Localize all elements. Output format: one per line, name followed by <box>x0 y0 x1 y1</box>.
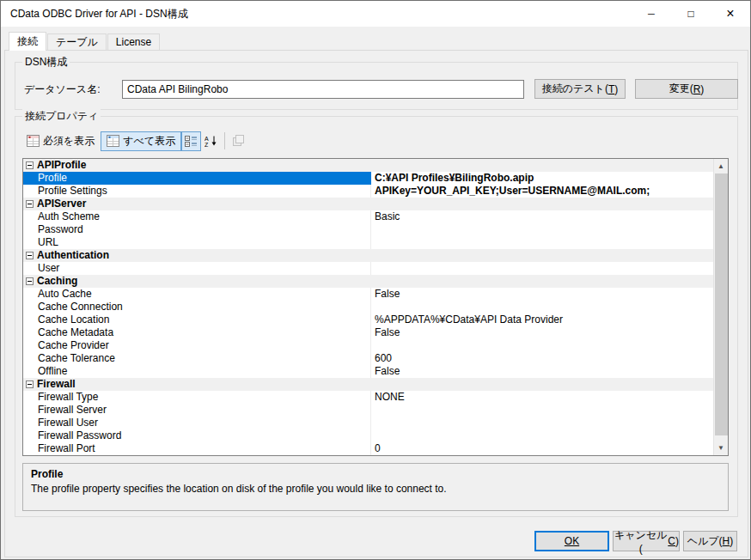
close-button[interactable]: × <box>711 1 750 27</box>
property-grid-row[interactable]: Password <box>23 223 713 236</box>
property-value[interactable] <box>371 301 713 313</box>
minimize-icon: ─ <box>648 9 655 19</box>
property-grid: APIProfileProfileC:¥API Profiles¥BilingR… <box>22 158 729 456</box>
show-required-icon <box>27 135 40 147</box>
property-pages-icon <box>232 135 245 147</box>
property-grid-category[interactable]: Authentication <box>23 249 713 262</box>
tab-license[interactable]: License <box>107 33 160 50</box>
property-value[interactable]: False <box>371 365 713 378</box>
show-all-icon <box>107 135 119 147</box>
property-name: Profile <box>23 172 371 185</box>
property-grid-toolbar: 必須を表示 すべて表示 <box>21 130 248 152</box>
property-name: Cache Metadata <box>23 326 371 339</box>
property-grid-row[interactable]: Cache Connection <box>23 301 713 313</box>
description-text: The profile property specifies the locat… <box>31 483 720 495</box>
svg-text:Z: Z <box>205 142 209 148</box>
category-label: Authentication <box>37 249 109 262</box>
connection-tab-page: DSN構成 データソース名: 接続のテスト(T) 変更(R) 接続プロパティ <box>4 50 748 557</box>
collapse-minus-icon[interactable] <box>26 277 34 285</box>
property-name: Cache Connection <box>23 301 371 313</box>
tab-tables[interactable]: テーブル <box>47 33 107 50</box>
vertical-scrollbar[interactable]: ▲ ▼ <box>713 159 728 455</box>
property-grid-row[interactable]: Firewall Password <box>23 429 713 442</box>
property-value[interactable] <box>371 404 713 417</box>
categorized-view-button[interactable] <box>181 131 201 151</box>
scroll-up-button[interactable]: ▲ <box>714 159 728 173</box>
collapse-minus-icon[interactable] <box>26 161 34 169</box>
property-grid-row[interactable]: User <box>23 262 713 275</box>
alphabetical-sort-icon: A Z <box>205 135 217 147</box>
property-grid-row[interactable]: URL <box>23 236 713 249</box>
dsn-groupbox: DSN構成 データソース名: 接続のテスト(T) 変更(R) <box>15 62 738 110</box>
dialog-buttons: OK キャンセル(C) ヘルプ(H) <box>534 531 737 551</box>
property-name: URL <box>23 236 371 249</box>
property-grid-category[interactable]: APIProfile <box>23 159 713 172</box>
property-grid-row[interactable]: Firewall TypeNONE <box>23 391 713 404</box>
property-value[interactable]: C:¥API Profiles¥BilingRobo.apip <box>371 172 713 185</box>
collapse-minus-icon[interactable] <box>26 380 34 388</box>
property-grid-row[interactable]: Cache MetadataFalse <box>23 326 713 339</box>
datasource-name-label: データソース名: <box>24 82 100 97</box>
collapse-minus-icon[interactable] <box>26 200 34 208</box>
property-value[interactable] <box>371 339 713 352</box>
ok-button[interactable]: OK <box>534 531 609 551</box>
property-name: Firewall User <box>23 417 371 429</box>
property-value[interactable]: Basic <box>371 210 713 223</box>
show-required-button[interactable]: 必須を表示 <box>21 131 101 151</box>
property-grid-row[interactable]: Auth SchemeBasic <box>23 210 713 223</box>
scroll-down-button[interactable]: ▼ <box>714 441 728 455</box>
property-name: Firewall Password <box>23 429 371 442</box>
alphabetical-sort-button[interactable]: A Z <box>201 131 221 151</box>
property-value[interactable] <box>371 417 713 429</box>
help-button[interactable]: ヘルプ(H) <box>683 531 737 551</box>
property-name: Offline <box>23 365 371 378</box>
property-value[interactable]: 0 <box>371 442 713 455</box>
collapse-minus-icon[interactable] <box>26 252 34 259</box>
property-value[interactable] <box>371 236 713 249</box>
property-value[interactable] <box>371 429 713 442</box>
description-title: Profile <box>31 468 720 480</box>
property-grid-row[interactable]: Auto CacheFalse <box>23 288 713 301</box>
cancel-button[interactable]: キャンセル(C) <box>613 531 680 551</box>
dialog-client-area: 接続 テーブル License DSN構成 データソース名: 接続のテスト(T)… <box>1 27 750 559</box>
minimize-button[interactable]: ─ <box>632 1 671 27</box>
property-grid-row[interactable]: Firewall User <box>23 417 713 429</box>
category-label: Caching <box>37 275 77 288</box>
property-value[interactable]: NONE <box>371 391 713 404</box>
property-grid-row[interactable]: Cache Location%APPDATA%¥CData¥API Data P… <box>23 313 713 326</box>
show-all-label: すべて表示 <box>123 134 175 149</box>
test-connection-button[interactable]: 接続のテスト(T) <box>534 79 626 99</box>
property-value[interactable] <box>371 223 713 236</box>
connection-properties-groupbox: 接続プロパティ 必須を表示 <box>15 116 738 517</box>
maximize-button[interactable]: □ <box>671 1 711 27</box>
property-value[interactable]: False <box>371 288 713 301</box>
scrollbar-thumb[interactable] <box>715 173 728 435</box>
datasource-name-input[interactable] <box>122 80 524 99</box>
property-grid-row[interactable]: OfflineFalse <box>23 365 713 378</box>
property-grid-row[interactable]: ProfileC:¥API Profiles¥BilingRobo.apip <box>23 172 713 185</box>
property-value[interactable]: 600 <box>371 352 713 365</box>
tab-connection[interactable]: 接続 <box>9 32 46 51</box>
property-value[interactable]: %APPDATA%¥CData¥API Data Provider <box>371 313 713 326</box>
property-value[interactable] <box>371 262 713 275</box>
window-controls: ─ □ × <box>632 1 750 27</box>
property-grid-row[interactable]: Firewall Server <box>23 404 713 417</box>
property-description-panel: Profile The profile property specifies t… <box>22 463 729 511</box>
show-all-button[interactable]: すべて表示 <box>101 131 181 151</box>
property-grid-category[interactable]: Firewall <box>23 378 713 391</box>
property-name: User <box>23 262 371 275</box>
property-grid-row[interactable]: Profile SettingsAPIKey=YOUR_API_KEY;User… <box>23 185 713 198</box>
property-grid-rows: APIProfileProfileC:¥API Profiles¥BilingR… <box>23 159 713 455</box>
property-value[interactable]: APIKey=YOUR_API_KEY;User=USERNAME@MAIL.c… <box>371 185 713 198</box>
property-grid-category[interactable]: APIServer <box>23 198 713 210</box>
property-grid-category[interactable]: Caching <box>23 275 713 288</box>
property-value[interactable]: False <box>371 326 713 339</box>
property-name: Cache Provider <box>23 339 371 352</box>
property-name: Cache Location <box>23 313 371 326</box>
dsn-group-title: DSN構成 <box>22 55 70 70</box>
property-grid-row[interactable]: Firewall Port0 <box>23 442 713 455</box>
change-button[interactable]: 変更(R) <box>635 79 738 99</box>
property-grid-row[interactable]: Cache Tolerance600 <box>23 352 713 365</box>
properties-group-title: 接続プロパティ <box>22 109 101 124</box>
property-grid-row[interactable]: Cache Provider <box>23 339 713 352</box>
